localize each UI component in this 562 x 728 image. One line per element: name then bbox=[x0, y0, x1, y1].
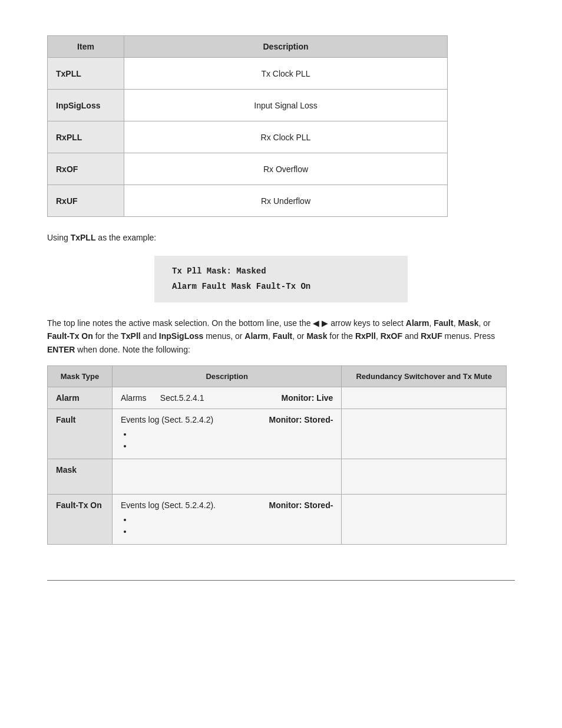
desc-txpll: Tx Clock PLL bbox=[124, 58, 448, 90]
desc-mask-cell bbox=[112, 459, 341, 494]
redundancy-mask bbox=[342, 459, 507, 494]
faulttxon-bullet-1 bbox=[133, 515, 333, 524]
col-masktype-header: Mask Type bbox=[48, 365, 113, 387]
example-text-before: Using bbox=[47, 233, 71, 242]
desc-enter: ENTER bbox=[47, 345, 75, 354]
desc-alarm-ref: Sect.5.2.4.1 bbox=[160, 393, 204, 403]
desc-fault1: Fault bbox=[434, 318, 453, 328]
masktype-mask: Mask bbox=[48, 459, 113, 494]
table-row: RxPLL Rx Clock PLL bbox=[48, 121, 448, 153]
item-rxuf: RxUF bbox=[48, 185, 124, 217]
desc-inpsigloss2: InpSigLoss bbox=[159, 331, 203, 341]
desc-faulttxon-sub: Events log (Sect. 5.2.4.2). bbox=[121, 500, 216, 510]
redundancy-fault bbox=[342, 409, 507, 459]
faulttxon-bullet-list bbox=[133, 515, 333, 536]
desc-alarm-sub: Alarms bbox=[121, 393, 147, 403]
redundancy-alarm bbox=[342, 387, 507, 409]
desc-rxof2: RxOF bbox=[381, 331, 402, 341]
table-row: Fault-Tx On Monitor: Stored- Events log … bbox=[48, 494, 507, 544]
desc-fault-bold: Monitor: Stored- bbox=[269, 415, 333, 424]
desc-text1: The top line notes the active mask selec… bbox=[47, 318, 313, 328]
mask-type-table: Mask Type Description Redundancy Switcho… bbox=[47, 365, 507, 545]
desc-alarm-bold: Monitor: Live bbox=[281, 393, 333, 403]
desc-rxpll: Rx Clock PLL bbox=[124, 121, 448, 153]
table-row: InpSigLoss Input Signal Loss bbox=[48, 90, 448, 121]
desc-faulttxon-bold: Monitor: Stored- bbox=[269, 500, 333, 510]
table-row: Alarm Monitor: Live Alarms Sect.5.2.4.1 bbox=[48, 387, 507, 409]
fault-bullet-2 bbox=[133, 441, 333, 450]
masktype-alarm: Alarm bbox=[48, 387, 113, 409]
desc-mask2: Mask bbox=[306, 331, 327, 341]
desc-mask1: Mask bbox=[458, 318, 478, 328]
desc-fault2: Fault bbox=[273, 331, 292, 341]
desc-rxpll2: RxPll bbox=[355, 331, 376, 341]
table-row: RxUF Rx Underflow bbox=[48, 185, 448, 217]
masktype-fault: Fault bbox=[48, 409, 113, 459]
col-redundancy-header: Redundancy Switchover and Tx Mute bbox=[342, 365, 507, 387]
col-item-header: Item bbox=[48, 36, 124, 58]
col-desc2-header: Description bbox=[112, 365, 341, 387]
desc-inpsigloss: Input Signal Loss bbox=[124, 90, 448, 121]
arrow-icons: ◀ ▶ bbox=[313, 318, 328, 328]
table-row: Mask bbox=[48, 459, 507, 494]
desc-alarm-cell: Monitor: Live Alarms Sect.5.2.4.1 bbox=[112, 387, 341, 409]
faulttxon-bullet-2 bbox=[133, 526, 333, 536]
item-inpsigloss: InpSigLoss bbox=[48, 90, 124, 121]
items-table: Item Description TxPLL Tx Clock PLL InpS… bbox=[47, 35, 448, 217]
description-paragraph: The top line notes the active mask selec… bbox=[47, 317, 515, 356]
desc-alarm1: Alarm bbox=[406, 318, 429, 328]
desc-rxuf: Rx Underflow bbox=[124, 185, 448, 217]
item-txpll: TxPLL bbox=[48, 58, 124, 90]
example-paragraph: Using TxPLL as the example: bbox=[47, 231, 515, 244]
fault-bullet-list bbox=[133, 429, 333, 450]
footer-divider bbox=[47, 580, 515, 581]
item-rxpll: RxPLL bbox=[48, 121, 124, 153]
desc-txpll: TxPll bbox=[121, 331, 140, 341]
table-row: TxPLL Tx Clock PLL bbox=[48, 58, 448, 90]
desc-rxuf2: RxUF bbox=[421, 331, 442, 341]
desc-rxof: Rx Overflow bbox=[124, 153, 448, 185]
redundancy-faulttxon bbox=[342, 494, 507, 544]
table-row: RxOF Rx Overflow bbox=[48, 153, 448, 185]
desc-faulttxon-cell: Monitor: Stored- Events log (Sect. 5.2.4… bbox=[112, 494, 341, 544]
desc-alarm2: Alarm bbox=[244, 331, 268, 341]
table-row: Fault Monitor: Stored- Events log (Sect.… bbox=[48, 409, 507, 459]
code-line1: Tx Pll Mask: Masked bbox=[172, 264, 390, 279]
desc-fault-cell: Monitor: Stored- Events log (Sect. 5.2.4… bbox=[112, 409, 341, 459]
fault-bullet-1 bbox=[133, 429, 333, 439]
example-bold: TxPLL bbox=[71, 233, 96, 242]
code-block: Tx Pll Mask: Masked Alarm Fault Mask Fau… bbox=[154, 256, 408, 302]
code-line2: Alarm Fault Mask Fault-Tx On bbox=[172, 279, 390, 294]
desc-fault-tx-on: Fault-Tx On bbox=[47, 331, 93, 341]
item-rxof: RxOF bbox=[48, 153, 124, 185]
masktype-faulttxon: Fault-Tx On bbox=[48, 494, 113, 544]
desc-text2: arrow keys to select bbox=[328, 318, 406, 328]
col-desc-header: Description bbox=[124, 36, 448, 58]
desc-fault-sub: Events log (Sect. 5.2.4.2) bbox=[121, 415, 213, 424]
example-text-after: as the example: bbox=[95, 233, 156, 242]
